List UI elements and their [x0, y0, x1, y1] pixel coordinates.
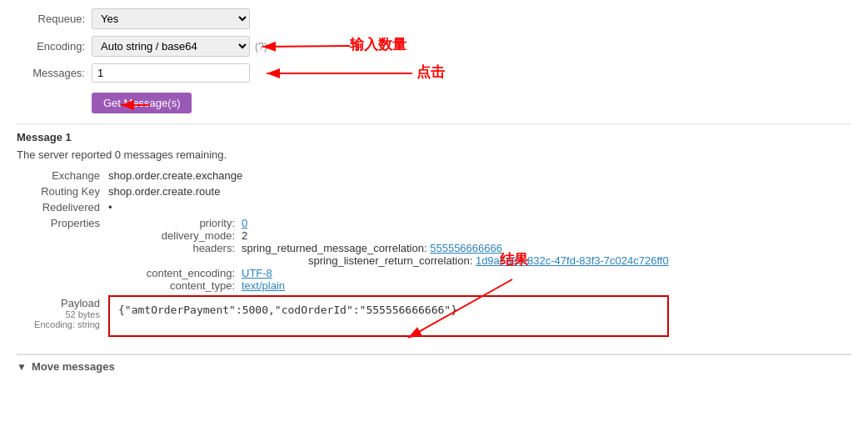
messages-label: Messages: [17, 67, 92, 79]
routing-key-value: shop.order.create.route [108, 185, 669, 201]
message-section: Message 1 The server reported 0 messages… [17, 123, 851, 340]
header2-sep: on: [457, 254, 472, 267]
move-messages-section: ▼ Move messages [17, 354, 851, 373]
delivery-mode-label: delivery_mode: [108, 229, 242, 242]
encoding-label: Encoding: [17, 40, 92, 53]
content-type-label: content_type: [108, 279, 242, 292]
content-type-link[interactable]: text/plain [242, 279, 285, 292]
move-messages-header[interactable]: ▼ Move messages [17, 360, 851, 373]
header1-sep: on: [412, 242, 427, 254]
priority-label: priority: [108, 217, 242, 229]
move-messages-label: Move messages [32, 360, 115, 373]
chevron-down-icon: ▼ [17, 361, 27, 373]
payload-encoding-label: Encoding: string [25, 319, 100, 329]
encoding-help-link[interactable]: (?) [255, 41, 267, 53]
requeue-label: Requeue: [17, 13, 92, 25]
payload-label-title: Payload [25, 297, 100, 309]
header1-value-link[interactable]: 555556666666 [430, 242, 502, 254]
header1-key: spring_returned_message_correlati [242, 242, 412, 254]
headers-value: spring_returned_message_correlation: 555… [242, 242, 669, 267]
requeue-select[interactable]: Yes No [92, 8, 250, 29]
payload-bytes: 52 bytes [25, 309, 100, 319]
priority-link[interactable]: 0 [242, 217, 247, 229]
content-encoding-value: UTF-8 [242, 267, 669, 279]
server-info: The server reported 0 messages remaining… [17, 148, 851, 161]
routing-key-label: Routing Key [25, 185, 108, 201]
message-title: Message 1 [17, 131, 851, 143]
content-encoding-label: content_encoding: [108, 267, 242, 279]
encoding-select[interactable]: Auto string / base64 base64 string [92, 36, 250, 57]
payload-box: {"amtOrderPayment":5000,"codOrderId":"55… [108, 295, 669, 337]
payload-value-cell: {"amtOrderPayment":5000,"codOrderId":"55… [108, 295, 669, 340]
headers-label: headers: [108, 242, 242, 267]
messages-input[interactable] [92, 63, 250, 83]
priority-value: 0 [242, 217, 669, 229]
delivery-mode-value: 2 [242, 229, 669, 242]
content-encoding-link[interactable]: UTF-8 [242, 267, 272, 279]
exchange-label: Exchange [25, 169, 108, 185]
get-messages-button[interactable]: Get Message(s) [92, 93, 192, 113]
properties-label: Properties [25, 217, 108, 295]
exchange-value: shop.order.create.exchange [108, 169, 669, 185]
header2-key: spring_listener_return_correlati [242, 254, 457, 267]
payload-label-block: Payload 52 bytes Encoding: string [25, 295, 108, 340]
redelivered-label: Redelivered [25, 201, 108, 217]
content-type-value: text/plain [242, 279, 669, 292]
header2-value-link[interactable]: 1d9a6a93-832c-47fd-83f3-7c024c726ff0 [476, 254, 669, 267]
message-info-table: Exchange shop.order.create.exchange Rout… [25, 169, 669, 340]
properties-value: priority: 0 delivery_mode: 2 headers: sp… [108, 217, 669, 295]
redelivered-value: • [108, 201, 669, 217]
